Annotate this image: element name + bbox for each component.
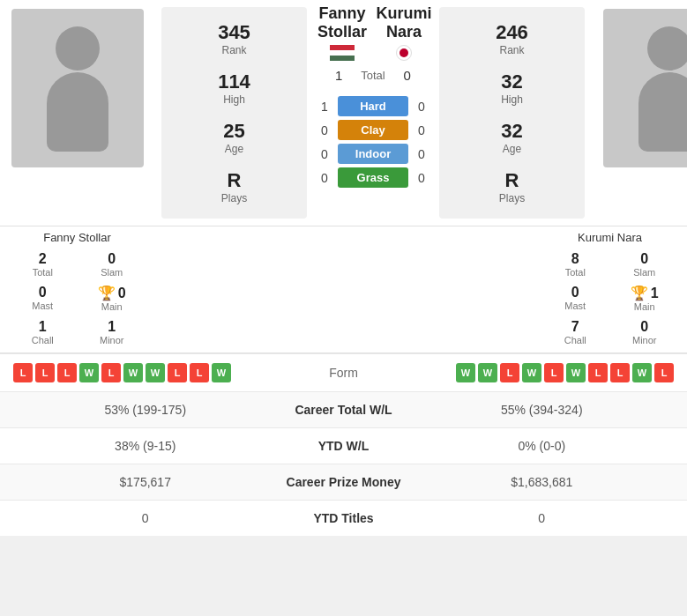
left-mast-val: 0 — [9, 285, 77, 301]
center-column: Fanny Stollar Kurumi Nara — [307, 0, 439, 226]
ytd-wl-right: 0% (0-0) — [414, 439, 670, 453]
right-mast-lbl: Mast — [541, 301, 609, 311]
left-form-2: L — [35, 363, 55, 382]
surface-section: 1 Hard 0 0 Clay 0 0 Indoor 0 0 Grass — [311, 88, 435, 196]
right-chall-lbl: Chall — [541, 335, 609, 345]
left-spacer — [154, 231, 300, 348]
career-stats-section: 53% (199-175) Career Total W/L 55% (394-… — [0, 391, 687, 536]
left-trophy-icon: 🏆 — [98, 285, 116, 301]
left-stats-grid: 2 Total 0 Slam 0 Mast 🏆 0 Main — [4, 249, 150, 348]
left-total-cell: 2 Total — [9, 249, 77, 280]
left-minor-val: 1 — [78, 319, 146, 335]
right-form-9: W — [632, 363, 652, 382]
total-center-label: Total — [361, 69, 385, 82]
surface-row-clay: 0 Clay 0 — [311, 120, 435, 140]
right-rank-value: 246 — [446, 21, 578, 44]
left-form-3: L — [57, 363, 77, 382]
left-flag-row — [311, 45, 373, 61]
ytd-wl-row: 38% (9-15) YTD W/L 0% (0-0) — [0, 427, 687, 464]
left-mast-lbl: Mast — [9, 301, 77, 311]
prize-money-label: Career Prize Money — [273, 475, 414, 489]
surface-row-grass: 0 Grass 0 — [311, 167, 435, 188]
grass-left-score: 0 — [311, 171, 338, 185]
right-form-8: L — [610, 363, 630, 382]
bottom-info-row: Fanny Stollar 2 Total 0 Slam 0 Mast 🏆 — [0, 226, 687, 353]
right-player-photo-col — [592, 0, 687, 226]
ytd-titles-label: YTD Titles — [273, 511, 414, 525]
center-spacer — [300, 231, 387, 348]
left-form-8: L — [168, 363, 187, 382]
left-player-avatar — [11, 9, 144, 167]
career-total-row: 53% (199-175) Career Total W/L 55% (394-… — [0, 391, 687, 427]
right-slam-lbl: Slam — [611, 267, 679, 278]
right-slam-val: 0 — [611, 251, 679, 267]
left-form-9: L — [190, 363, 209, 382]
prize-money-left: $175,617 — [18, 475, 273, 489]
indoor-badge: Indoor — [338, 144, 408, 164]
left-slam-val: 0 — [78, 251, 146, 267]
right-form-10: L — [654, 363, 674, 382]
prize-money-right: $1,683,681 — [414, 475, 670, 489]
right-stats-panel: 246 Rank 32 High 32 Age R Plays — [439, 7, 585, 219]
left-age-value: 25 — [168, 120, 300, 143]
left-age-label: Age — [168, 143, 300, 155]
left-form-7: W — [146, 363, 165, 382]
right-minor-val: 0 — [611, 319, 679, 335]
left-stats-panel: 345 Rank 114 High 25 Age R Plays — [161, 7, 307, 219]
left-form-5: L — [101, 363, 121, 382]
right-flag-row — [373, 45, 435, 61]
left-minor-cell: 1 Minor — [78, 316, 146, 348]
hard-badge: Hard — [338, 96, 408, 116]
surface-row-indoor: 0 Indoor 0 — [311, 144, 435, 164]
right-stats-grid: 8 Total 0 Slam 0 Mast 🏆 1 Main — [537, 249, 683, 348]
left-player-photo-col — [0, 0, 154, 226]
right-player-avatar — [603, 9, 688, 167]
right-mast-val: 0 — [541, 285, 609, 301]
left-photo-wrapper — [0, 0, 154, 176]
left-main-cell: 🏆 0 Main — [78, 282, 146, 315]
right-trophy-icon: 🏆 — [631, 285, 648, 301]
indoor-right-score: 0 — [408, 147, 435, 161]
right-plays-block: R Plays — [446, 169, 578, 204]
right-minor-lbl: Minor — [611, 335, 679, 345]
left-main-lbl: Main — [101, 301, 123, 312]
prize-money-row: $175,617 Career Prize Money $1,683,681 — [0, 464, 687, 500]
main-container: 345 Rank 114 High 25 Age R Plays Fanny S… — [0, 0, 687, 536]
surface-row-hard: 1 Hard 0 — [311, 96, 435, 116]
right-high-label: High — [446, 93, 578, 106]
right-chall-val: 7 — [541, 319, 609, 335]
right-high-value: 32 — [446, 71, 578, 93]
flag-stripe-green — [330, 56, 355, 61]
right-age-label: Age — [446, 143, 578, 155]
form-section: L L L W L W W L L W Form W W L W L W L L… — [0, 353, 687, 391]
left-form-4: W — [79, 363, 99, 382]
left-bottom-name: Fanny Stollar — [43, 231, 111, 244]
ytd-titles-left: 0 — [18, 511, 273, 525]
indoor-left-score: 0 — [311, 147, 338, 161]
left-chall-lbl: Chall — [9, 335, 77, 345]
left-total-val: 2 — [9, 251, 77, 267]
right-form-2: W — [478, 363, 497, 382]
hard-right-score: 0 — [408, 100, 435, 114]
clay-badge: Clay — [338, 120, 408, 140]
career-total-right: 55% (394-324) — [414, 403, 670, 417]
ytd-wl-label: YTD W/L — [273, 439, 414, 453]
left-high-block: 114 High — [168, 71, 300, 106]
left-rank-block: 345 Rank — [168, 21, 300, 56]
left-rank-label: Rank — [168, 44, 300, 56]
right-slam-cell: 0 Slam — [611, 249, 679, 280]
right-photo-wrapper — [592, 0, 687, 176]
ytd-titles-right: 0 — [414, 511, 670, 525]
right-rank-block: 246 Rank — [446, 21, 578, 56]
left-minor-lbl: Minor — [78, 335, 146, 345]
right-form-5: L — [544, 363, 564, 382]
left-flag-hungary — [330, 45, 355, 61]
left-rank-value: 345 — [168, 21, 300, 44]
career-total-label: Career Total W/L — [273, 403, 414, 417]
left-bottom-info: Fanny Stollar 2 Total 0 Slam 0 Mast 🏆 — [0, 231, 154, 348]
left-high-value: 114 — [168, 71, 300, 93]
right-plays-value: R — [446, 169, 578, 192]
left-form-badges: L L L W L W W L L W — [13, 363, 300, 382]
form-label: Form — [300, 366, 388, 380]
left-chall-val: 1 — [9, 319, 77, 335]
